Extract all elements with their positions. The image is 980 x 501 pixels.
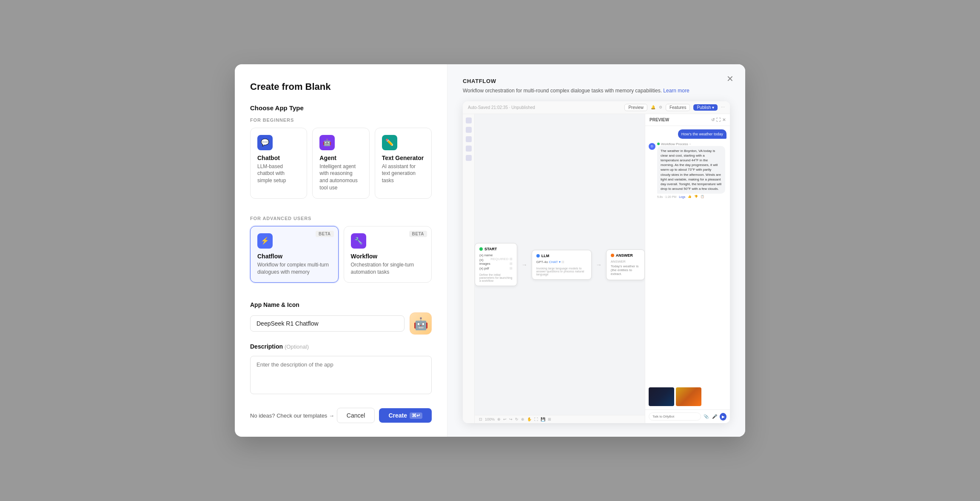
more-options-icon[interactable]: ⋯ — [721, 105, 725, 109]
answer-node-dot — [611, 254, 614, 257]
description-optional: (Optional) — [285, 344, 309, 350]
preview-button[interactable]: Preview — [624, 104, 647, 111]
preview-panel-title: PREVIEW — [650, 117, 669, 122]
chat-preview-panel: PREVIEW ↺ ⛶ ✕ How's the weather today D — [645, 114, 730, 424]
agent-desc: Intelligent agent with reasoning and aut… — [319, 163, 362, 192]
app-card-chatbot[interactable]: 💬 Chatbot LLM-based chatbot with simple … — [250, 128, 307, 199]
app-card-text-generator[interactable]: ✏️ Text Generator AI assistant for text … — [375, 128, 432, 199]
answer-field-2: Today's weather is (the entities to extr… — [611, 264, 640, 276]
cancel-button[interactable]: Cancel — [337, 408, 375, 423]
thumbs-up-icon[interactable]: 👍 — [688, 195, 692, 198]
agent-name: Agent — [319, 155, 362, 161]
expand-preview-icon[interactable]: ⛶ — [716, 117, 721, 122]
flow-canvas: START (x) name REQUIRED ⊟ (x) images ⊟ (… — [475, 114, 645, 415]
features-button[interactable]: Features — [666, 104, 690, 111]
bot-message-row: D Workflow Process › The weather in Boyn… — [649, 142, 726, 199]
app-icon-avatar[interactable]: 🤖 — [410, 312, 432, 335]
app-card-chatflow[interactable]: BETA ⚡ Chatflow Workflow for complex mul… — [250, 226, 339, 283]
start-footer: Define the initial parameters for launch… — [479, 273, 513, 282]
chat-messages: How's the weather today D Workflow Proce… — [645, 126, 730, 388]
logs-link[interactable]: Logs — [679, 195, 685, 198]
add-node-icon[interactable]: ⊕ — [521, 417, 524, 421]
sidebar-icon-5[interactable] — [466, 155, 472, 161]
voice-button[interactable]: 🎤 — [711, 413, 718, 420]
description-section: Description (Optional) — [250, 343, 432, 396]
sidebar-icon-3[interactable] — [466, 136, 472, 142]
start-node-dot — [479, 247, 483, 251]
zoom-plus-icon[interactable]: ⊕ — [497, 417, 501, 421]
canvas-bottom-bar: ⊡ 100% ⊕ ↩ ↪ ↻ ⊕ ✋ ⛶ 💾 ⊞ — [475, 415, 645, 423]
settings-icon: ⚙ — [659, 105, 662, 109]
preview-sidebar — [463, 114, 475, 424]
description-textarea[interactable] — [250, 356, 432, 394]
pan-icon[interactable]: ✋ — [527, 417, 532, 421]
chatbot-desc: LLM-based chatbot with simple setup — [257, 163, 300, 184]
fullscreen-icon[interactable]: ⛶ — [534, 417, 538, 421]
llm-node-dot — [536, 254, 540, 258]
publish-button[interactable]: Publish ▾ — [693, 104, 718, 111]
sidebar-icon-2[interactable] — [466, 127, 472, 133]
redo-icon[interactable]: ↪ — [509, 417, 513, 421]
llm-node-header: LLM — [536, 254, 587, 258]
image-thumb-2 — [676, 387, 701, 406]
chat-input[interactable] — [649, 412, 701, 421]
preview-main: START (x) name REQUIRED ⊟ (x) images ⊟ (… — [475, 114, 645, 424]
connector-1: → — [521, 261, 527, 268]
copy-icon[interactable]: 📋 — [701, 195, 704, 198]
close-preview-icon[interactable]: ✕ — [722, 117, 726, 122]
flow-canvas-inner: START (x) name REQUIRED ⊟ (x) images ⊟ (… — [475, 114, 645, 415]
llm-node: LLM GPT-4o CHAT ▾ ⊟ Invoking large langu… — [532, 250, 592, 280]
left-panel: Create from Blank Choose App Type FOR BE… — [235, 64, 447, 437]
create-from-blank-modal: Create from Blank Choose App Type FOR BE… — [235, 64, 745, 437]
advanced-section: FOR ADVANCED USERS BETA ⚡ Chatflow Workf… — [250, 216, 432, 293]
start-node-header: START — [479, 247, 513, 251]
beginners-label: FOR BEGINNERS — [250, 117, 432, 123]
auto-saved-label: Auto-Saved 21:02:35 · Unpublished — [468, 105, 621, 110]
choose-app-type-label: Choose App Type — [250, 104, 432, 112]
chatflow-beta-badge: BETA — [316, 231, 333, 237]
attachment-button[interactable]: 📎 — [703, 413, 709, 420]
app-name-input[interactable] — [250, 315, 405, 332]
start-field-3: (x) pdf ⊟ — [479, 266, 513, 271]
bot-avatar: D — [649, 143, 655, 150]
answer-node-header: ANSWER — [611, 253, 640, 258]
sidebar-icon-4[interactable] — [466, 146, 472, 152]
chatflow-icon: ⚡ — [257, 233, 273, 249]
zoom-fit-icon[interactable]: ⊡ — [479, 417, 482, 421]
advanced-label: FOR ADVANCED USERS — [250, 216, 432, 221]
preview-panel-controls: ↺ ⛶ ✕ — [711, 117, 726, 122]
app-name-section: App Name & Icon 🤖 — [250, 301, 432, 335]
align-icon[interactable]: ⊞ — [548, 417, 551, 421]
app-card-agent[interactable]: 🤖 Agent Intelligent agent with reasoning… — [312, 128, 369, 199]
create-kbd-badge: ⌘↵ — [410, 412, 422, 419]
rp-chatflow-desc: Workflow orchestration for multi-round c… — [463, 87, 730, 94]
templates-link[interactable]: No ideas? Check our templates → — [250, 412, 334, 419]
advanced-cards-grid: BETA ⚡ Chatflow Workflow for complex mul… — [250, 226, 432, 283]
bottom-row: No ideas? Check our templates → Cancel C… — [250, 408, 432, 423]
chatbot-name: Chatbot — [257, 155, 300, 161]
answer-field-1: ANSWER — [611, 259, 640, 264]
send-button[interactable]: ▶ — [720, 413, 726, 421]
notification-icon: 🔔 — [651, 105, 655, 109]
refresh-preview-icon[interactable]: ↺ — [711, 117, 715, 122]
create-button[interactable]: Create ⌘↵ — [379, 408, 432, 423]
workflow-desc: Orchestration for single-turn automation… — [351, 261, 425, 276]
llm-model-row: GPT-4o CHAT ▾ ⊟ — [536, 260, 587, 264]
close-button[interactable]: ✕ — [723, 72, 737, 86]
save-icon[interactable]: 💾 — [541, 417, 545, 421]
app-card-workflow[interactable]: BETA 🔧 Workflow Orchestration for single… — [344, 226, 432, 283]
start-node: START (x) name REQUIRED ⊟ (x) images ⊟ (… — [475, 243, 517, 286]
text-generator-desc: AI assistant for text generation tasks — [382, 163, 424, 184]
llm-footer: Invoking large language models to answer… — [536, 267, 587, 276]
learn-more-link[interactable]: Learn more — [663, 88, 689, 94]
chat-input-row: 📎 🎤 ▶ — [645, 409, 730, 423]
chatflow-desc: Workflow for complex multi-turn dialogue… — [257, 261, 331, 276]
answer-node: ANSWER ANSWER Today's weather is (the en… — [606, 249, 645, 280]
refresh-icon[interactable]: ↻ — [515, 417, 518, 421]
agent-icon: 🤖 — [319, 135, 335, 150]
connector-2: → — [596, 261, 602, 268]
thumbs-down-icon[interactable]: 👎 — [694, 195, 698, 198]
sidebar-icon-1[interactable] — [466, 117, 472, 123]
text-generator-icon: ✏️ — [382, 135, 397, 150]
undo-icon[interactable]: ↩ — [503, 417, 507, 421]
